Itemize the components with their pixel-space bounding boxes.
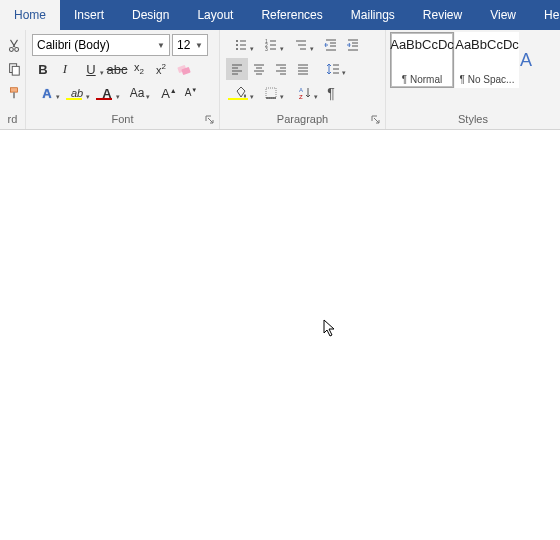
mouse-cursor-icon [323,319,337,337]
style-preview: AaBbCcDc [390,37,454,52]
bullets-button[interactable] [226,34,256,56]
bold-button[interactable]: B [32,58,54,80]
tab-review[interactable]: Review [409,0,476,30]
font-size-select[interactable]: 12 ▼ [172,34,208,56]
align-left-button[interactable] [226,58,248,80]
group-paragraph: 123 AZ [220,30,386,129]
superscript-button[interactable]: x2 [150,58,172,80]
svg-rect-3 [12,67,19,76]
style-name: ¶ Normal [402,74,442,85]
document-canvas[interactable] [0,130,560,540]
font-dialog-launcher[interactable] [203,113,217,127]
decrease-indent-button[interactable] [320,34,342,56]
svg-point-1 [15,47,19,51]
subscript-button[interactable]: x2 [128,58,150,80]
style-heading-partial[interactable]: A [520,32,540,88]
ribbon-tabbar: Home Insert Design Layout References Mai… [0,0,560,30]
underline-button[interactable]: U [76,58,106,80]
font-size-value: 12 [177,38,190,52]
svg-rect-5 [13,92,15,98]
cut-button[interactable] [4,36,24,56]
borders-button[interactable] [256,82,286,104]
font-family-value: Calibri (Body) [37,38,110,52]
increase-indent-button[interactable] [342,34,364,56]
style-preview: AaBbCcDc [455,37,519,52]
svg-point-9 [236,44,238,46]
tab-layout[interactable]: Layout [183,0,247,30]
text-effects-button[interactable]: A [32,82,62,104]
tab-references[interactable]: References [247,0,336,30]
svg-point-10 [236,48,238,50]
copy-button[interactable] [4,59,24,79]
style-name: ¶ No Spac... [460,74,515,85]
chevron-down-icon: ▼ [157,41,165,50]
svg-text:A: A [299,87,303,93]
style-normal[interactable]: AaBbCcDc ¶ Normal [390,32,454,88]
font-family-select[interactable]: Calibri (Body) ▼ [32,34,170,56]
tab-insert[interactable]: Insert [60,0,118,30]
tab-help[interactable]: Hel [530,0,560,30]
strikethrough-button[interactable]: abc [106,58,128,80]
font-color-button[interactable]: A [92,82,122,104]
sort-button[interactable]: AZ [290,82,320,104]
group-label-styles: Styles [386,109,560,129]
tab-design[interactable]: Design [118,0,183,30]
group-label-clipboard: rd [0,109,25,129]
tab-home[interactable]: Home [0,0,60,30]
shading-button[interactable] [226,82,256,104]
group-clipboard: rd [0,30,26,129]
justify-button[interactable] [292,58,314,80]
tab-mailings[interactable]: Mailings [337,0,409,30]
numbering-button[interactable]: 123 [256,34,286,56]
paragraph-dialog-launcher[interactable] [369,113,383,127]
align-center-button[interactable] [248,58,270,80]
svg-point-8 [236,40,238,42]
group-styles: AaBbCcDc ¶ Normal AaBbCcDc ¶ No Spac... … [386,30,560,129]
group-label-paragraph: Paragraph [220,109,385,129]
group-label-font: Font [26,109,219,129]
group-font: Calibri (Body) ▼ 12 ▼ B I U abc x2 x2 [26,30,220,129]
italic-button[interactable]: I [54,58,76,80]
svg-text:Z: Z [299,94,303,100]
svg-rect-4 [11,88,18,92]
svg-rect-50 [266,88,276,98]
shrink-font-button[interactable]: A▼ [180,82,202,104]
svg-point-0 [9,47,13,51]
format-painter-button[interactable] [4,83,24,103]
clear-formatting-button[interactable] [172,58,194,80]
highlight-color-button[interactable]: ab [62,82,92,104]
style-no-spacing[interactable]: AaBbCcDc ¶ No Spac... [455,32,519,88]
show-hide-marks-button[interactable]: ¶ [320,82,342,104]
grow-font-button[interactable]: A▲ [158,82,180,104]
multilevel-list-button[interactable] [286,34,316,56]
change-case-button[interactable]: Aa [122,82,152,104]
tab-view[interactable]: View [476,0,530,30]
ribbon: rd Calibri (Body) ▼ 12 ▼ B I [0,30,560,130]
line-spacing-button[interactable] [318,58,348,80]
svg-text:3: 3 [265,46,268,52]
align-right-button[interactable] [270,58,292,80]
chevron-down-icon: ▼ [195,41,203,50]
